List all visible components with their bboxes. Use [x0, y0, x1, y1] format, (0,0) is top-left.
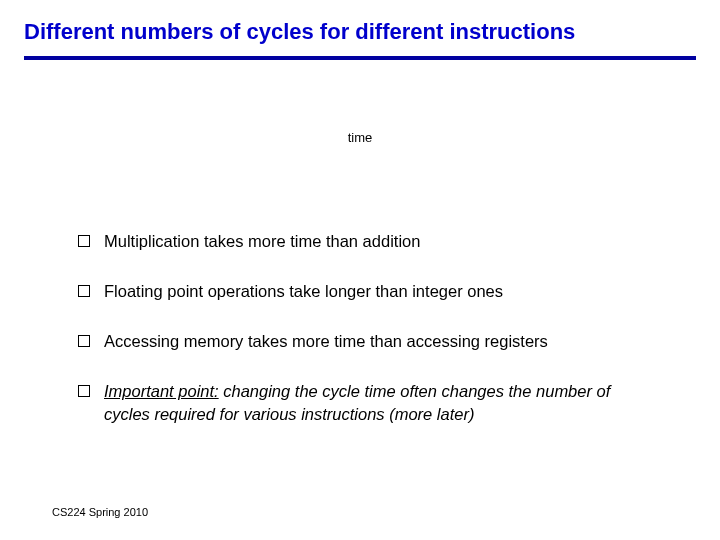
footer-text: CS224 Spring 2010	[52, 506, 148, 518]
title-rule	[24, 56, 696, 60]
slide: Different numbers of cycles for differen…	[0, 0, 720, 540]
list-item: Multiplication takes more time than addi…	[78, 230, 660, 252]
bullet-text: Multiplication takes more time than addi…	[104, 230, 420, 252]
list-item: Floating point operations take longer th…	[78, 280, 660, 302]
bullet-text: Accessing memory takes more time than ac…	[104, 330, 548, 352]
bullet-lead: Important point:	[104, 382, 219, 400]
slide-title: Different numbers of cycles for differen…	[24, 18, 696, 46]
bullet-icon	[78, 235, 90, 247]
list-item: Important point: changing the cycle time…	[78, 380, 660, 425]
timing-diagram-area: time	[40, 90, 680, 200]
bullet-list: Multiplication takes more time than addi…	[78, 230, 660, 425]
bullet-icon	[78, 385, 90, 397]
bullet-icon	[78, 335, 90, 347]
bullet-icon	[78, 285, 90, 297]
bullet-text-important: Important point: changing the cycle time…	[104, 380, 660, 425]
title-block: Different numbers of cycles for differen…	[0, 0, 720, 60]
bullet-text: Floating point operations take longer th…	[104, 280, 503, 302]
time-axis-label: time	[348, 130, 373, 145]
list-item: Accessing memory takes more time than ac…	[78, 330, 660, 352]
